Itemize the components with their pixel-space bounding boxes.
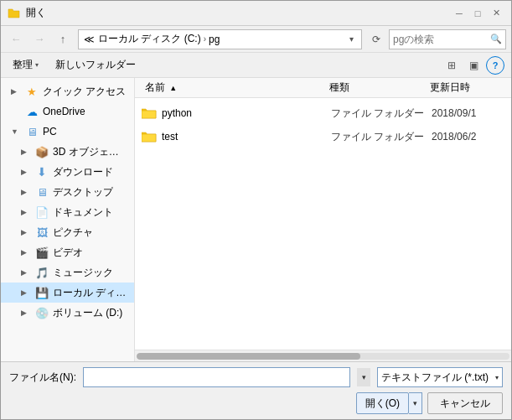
search-input[interactable]: [393, 34, 490, 45]
sidebar-item-desktop[interactable]: ▶ 🖥 デスクトップ: [1, 182, 134, 202]
minimize-button[interactable]: ─: [451, 5, 468, 22]
sort-arrow: ▲: [169, 84, 177, 92]
folder-svg-test: [142, 130, 157, 143]
pc-icon: 🖥: [25, 125, 39, 138]
button-row: 開く(O) ▾ キャンセル: [9, 392, 503, 414]
3d-label: 3D オブジェクト: [53, 145, 127, 159]
horizontal-scrollbar[interactable]: [135, 350, 511, 361]
downloads-expander: ▶: [21, 168, 31, 176]
3d-expander: ▶: [21, 148, 31, 156]
filetype-label: テキストファイル (*.txt): [381, 371, 489, 385]
refresh-icon: ⟳: [372, 34, 380, 45]
back-button[interactable]: ←: [6, 29, 26, 49]
desktop-expander: ▶: [21, 188, 31, 196]
sidebar-item-videos[interactable]: ▶ 🎬 ビデオ: [1, 242, 134, 262]
file-area: 名前 ▲ 種類 更新日時: [135, 78, 511, 361]
3d-icon: 📦: [35, 145, 49, 158]
local-disk-expander: ▶: [21, 288, 31, 297]
col-header-name[interactable]: 名前 ▲: [142, 80, 326, 95]
local-disk-icon: 💾: [35, 286, 49, 299]
file-open-dialog: 開く ─ □ ✕ ← → ↑ ≪ ローカル ディスク (C:) › pg ▾ ⟳: [0, 0, 512, 420]
quick-access-icon: ★: [25, 85, 39, 98]
sidebar-item-local-disk[interactable]: ▶ 💾 ローカル ディスク (C: [1, 283, 134, 303]
breadcrumb-bar[interactable]: ≪ ローカル ディスク (C:) › pg ▾: [78, 29, 362, 49]
close-button[interactable]: ✕: [488, 5, 504, 22]
open-button-group: 開く(O) ▾: [356, 392, 422, 414]
music-icon: 🎵: [35, 266, 49, 279]
python-type: ファイル フォルダー: [331, 106, 432, 121]
col-date-label: 更新日時: [430, 81, 470, 93]
pictures-icon: 🖼: [35, 226, 49, 239]
forward-button[interactable]: →: [29, 29, 49, 49]
col-name-label: 名前: [145, 81, 165, 93]
pc-label: PC: [43, 126, 57, 137]
forward-icon: →: [34, 33, 45, 45]
downloads-icon: ⬇: [35, 165, 49, 179]
cancel-button[interactable]: キャンセル: [427, 392, 503, 414]
col-header-date[interactable]: 更新日時: [427, 80, 504, 95]
navigation-toolbar: ← → ↑ ≪ ローカル ディスク (C:) › pg ▾ ⟳ 🔍: [1, 26, 511, 53]
view-button-2[interactable]: ▣: [464, 56, 483, 75]
quick-access-label: クイック アクセス: [43, 85, 126, 99]
filename-input-wrap[interactable]: [83, 367, 350, 387]
open-dropdown-button[interactable]: ▾: [409, 392, 422, 414]
title-bar-buttons: ─ □ ✕: [451, 5, 504, 22]
pictures-label: ピクチャ: [53, 226, 93, 240]
search-bar[interactable]: 🔍: [389, 29, 506, 49]
onedrive-icon: ☁: [25, 105, 39, 118]
desktop-icon: 🖥: [35, 185, 49, 199]
filetype-select[interactable]: テキストファイル (*.txt) ▾: [377, 367, 503, 387]
test-date: 2018/06/2: [432, 131, 504, 143]
search-icon[interactable]: 🔍: [490, 34, 502, 44]
music-label: ミュージック: [53, 266, 113, 280]
main-content: ▶ ★ クイック アクセス ☁ OneDrive ▼ 🖥 PC ▶ 📦 3D オ…: [1, 78, 511, 361]
sidebar-item-volume-d[interactable]: ▶ 💿 ボリューム (D:): [1, 303, 134, 323]
file-list: python ファイル フォルダー 2018/09/1 test ファイル フォ…: [135, 98, 511, 350]
breadcrumb-sep1: ›: [204, 34, 206, 44]
filename-dropdown-btn[interactable]: ▾: [357, 368, 370, 386]
sidebar-item-documents[interactable]: ▶ 📄 ドキュメント: [1, 202, 134, 222]
file-item-test[interactable]: test ファイル フォルダー 2018/06/2: [135, 125, 511, 148]
sidebar-item-pictures[interactable]: ▶ 🖼 ピクチャ: [1, 222, 134, 242]
filename-input[interactable]: [87, 371, 346, 383]
new-folder-label: 新しいフォルダー: [55, 58, 136, 72]
new-folder-button[interactable]: 新しいフォルダー: [50, 56, 141, 75]
sidebar-item-quick-access[interactable]: ▶ ★ クイック アクセス: [1, 81, 134, 101]
file-item-python[interactable]: python ファイル フォルダー 2018/09/1: [135, 101, 511, 125]
sidebar-item-3d-objects[interactable]: ▶ 📦 3D オブジェクト: [1, 142, 134, 162]
maximize-button[interactable]: □: [469, 5, 486, 22]
filetype-arrow: ▾: [495, 374, 499, 381]
folder-svg-python: [142, 106, 157, 120]
test-type: ファイル フォルダー: [331, 130, 432, 144]
pictures-expander: ▶: [21, 228, 31, 236]
local-disk-label: ローカル ディスク (C: [53, 286, 127, 300]
volume-d-label: ボリューム (D:): [53, 306, 122, 320]
up-icon: ↑: [60, 33, 66, 45]
volume-d-icon: 💿: [35, 306, 49, 319]
refresh-button[interactable]: ⟳: [367, 30, 385, 49]
folder-open-icon: [8, 7, 21, 20]
view-button-1[interactable]: ⊞: [442, 56, 461, 75]
breadcrumb-pc: ローカル ディスク (C:): [98, 32, 201, 46]
open-button[interactable]: 開く(O): [356, 392, 409, 414]
sidebar-item-pc[interactable]: ▼ 🖥 PC: [1, 122, 134, 142]
volume-d-expander: ▶: [21, 309, 31, 317]
organize-dropdown-icon: ▾: [35, 61, 39, 69]
toolbar2-right: ⊞ ▣ ?: [442, 56, 504, 75]
bottom-bar: ファイル名(N): ▾ テキストファイル (*.txt) ▾ 開く(O) ▾ キ…: [1, 361, 511, 419]
breadcrumb-icon: ≪: [84, 34, 95, 45]
pc-expander: ▼: [11, 127, 21, 136]
title-bar: 開く ─ □ ✕: [1, 1, 511, 26]
organize-toolbar: 整理 ▾ 新しいフォルダー ⊞ ▣ ?: [1, 53, 511, 78]
up-button[interactable]: ↑: [53, 29, 73, 49]
videos-label: ビデオ: [53, 246, 83, 260]
videos-expander: ▶: [21, 248, 31, 257]
sidebar-item-onedrive[interactable]: ☁ OneDrive: [1, 101, 134, 122]
col-header-type[interactable]: 種類: [326, 80, 427, 95]
open-label: 開く(O): [365, 397, 400, 411]
sidebar-item-music[interactable]: ▶ 🎵 ミュージック: [1, 262, 134, 283]
organize-button[interactable]: 整理 ▾: [8, 56, 44, 75]
onedrive-label: OneDrive: [43, 106, 85, 117]
help-button[interactable]: ?: [486, 56, 504, 75]
sidebar-item-downloads[interactable]: ▶ ⬇ ダウンロード: [1, 162, 134, 182]
